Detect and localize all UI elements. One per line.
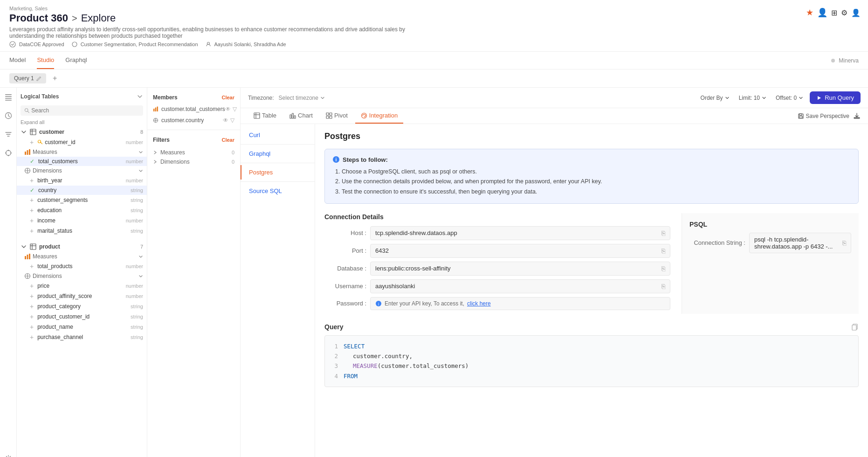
search-icon <box>24 108 29 113</box>
tab-model[interactable]: Model <box>9 52 26 69</box>
search-input[interactable] <box>31 107 139 114</box>
filters-section-header[interactable]: Filters Clear <box>147 134 240 146</box>
filters-clear-button[interactable]: Clear <box>221 137 234 143</box>
field-product-category[interactable]: +product_category string <box>17 301 147 312</box>
nav-item-graphql[interactable]: Graphql <box>241 146 315 161</box>
plus-icon: + <box>30 313 34 320</box>
chart-tab-label: Chart <box>298 112 313 119</box>
eye-icon-total-customers[interactable]: 👁 <box>225 106 231 112</box>
filter-icon[interactable] <box>3 129 14 140</box>
field-name-price: price <box>37 283 49 289</box>
field-income[interactable]: +income number <box>17 215 147 226</box>
copy-query-icon[interactable] <box>851 323 859 331</box>
field-country[interactable]: ✓country string <box>17 186 147 195</box>
copy-host-button[interactable]: ⎘ <box>661 229 665 237</box>
settings-sidebar-icon[interactable] <box>3 453 14 457</box>
list-icon[interactable] <box>3 91 14 103</box>
password-click-here-link[interactable]: click here <box>467 300 491 307</box>
copy-database-button[interactable]: ⎘ <box>661 265 665 272</box>
copy-psql-button[interactable]: ⎘ <box>842 239 846 247</box>
star-icon[interactable]: ★ <box>806 7 813 18</box>
tab-table[interactable]: Table <box>248 108 282 124</box>
field-total-products[interactable]: +total_products number <box>17 261 147 271</box>
field-product-customer-id[interactable]: +product_customer_id string <box>17 312 147 322</box>
query-line-3: 3MEASURE(customer.total_customers) <box>332 361 851 371</box>
order-by-button[interactable]: Order By <box>698 93 732 103</box>
field-customer-id[interactable]: + customer_id number <box>17 137 147 147</box>
download-icon[interactable] <box>853 112 861 120</box>
field-education[interactable]: +education string <box>17 205 147 215</box>
filter-dimensions-item[interactable]: Dimensions 0 <box>153 157 234 166</box>
header-title: Product 360 > Explore <box>9 12 859 24</box>
psql-right-panel: PSQL Connection String : psql -h tcp.spl… <box>682 213 859 314</box>
history-icon[interactable] <box>3 110 14 121</box>
nav-item-postgres[interactable]: Postgres <box>241 165 315 180</box>
settings-icon[interactable]: ⚙ <box>841 8 847 17</box>
keyword-select: SELECT <box>344 343 365 350</box>
eye-icon-country[interactable]: 👁 <box>223 117 228 124</box>
conn-label-port: Port : <box>324 247 366 254</box>
logical-tables-header: Logical Tables <box>17 91 147 102</box>
tab-chart[interactable]: Chart <box>284 108 318 124</box>
dimensions-category-customer[interactable]: Dimensions <box>17 166 147 175</box>
connection-details-section: Connection Details Host : tcp.splendid-s… <box>324 213 859 314</box>
copy-username-button[interactable]: ⎘ <box>661 283 665 290</box>
logical-tables-chevron[interactable] <box>137 93 143 100</box>
limit-button[interactable]: Limit: 10 <box>736 93 769 103</box>
field-purchase-channel[interactable]: +purchase_channel string <box>17 332 147 342</box>
member-item-total-customers[interactable]: customer.total_customers 👁 ▽ <box>147 104 240 115</box>
grid-icon[interactable]: ⊞ <box>831 8 837 17</box>
members-clear-button[interactable]: Clear <box>221 95 234 100</box>
svg-rect-39 <box>294 116 296 118</box>
query-tab-1[interactable]: Query 1 <box>9 73 46 83</box>
plus-icon: + <box>30 177 34 184</box>
filter-icon-country[interactable]: ▽ <box>230 117 234 124</box>
toolbar-right: Order By Limit: 10 Offset: 0 Run Query <box>698 91 861 104</box>
filter-icon-total-customers[interactable]: ▽ <box>233 106 237 112</box>
save-perspective-button[interactable]: Save Perspective <box>798 113 849 119</box>
field-price[interactable]: +price number <box>17 281 147 291</box>
nav-item-source-sql[interactable]: Source SQL <box>241 184 315 198</box>
copy-port-button[interactable]: ⎘ <box>661 247 665 255</box>
profile-icon[interactable]: 👤 <box>851 8 861 17</box>
conn-row-username: Username : aayushisolanki ⎘ <box>324 279 670 293</box>
timezone-dropdown[interactable]: Select timezone <box>276 93 328 103</box>
tab-graphql[interactable]: Graphql <box>65 52 87 69</box>
nav-item-curl[interactable]: Curl <box>241 128 315 142</box>
svg-rect-41 <box>330 113 332 115</box>
tab-pivot[interactable]: Pivot <box>320 108 353 124</box>
plus-icon: + <box>30 138 34 146</box>
run-query-button[interactable]: Run Query <box>810 91 861 104</box>
tab-integration[interactable]: Integration <box>355 108 403 124</box>
add-query-tab-button[interactable]: + <box>50 73 60 83</box>
field-type-product-affinity-score: number <box>126 293 143 299</box>
member-item-country[interactable]: customer.country 👁 ▽ <box>147 115 240 126</box>
svg-rect-20 <box>27 150 28 155</box>
field-marital-status[interactable]: +marital_status string <box>17 226 147 236</box>
field-total-customers[interactable]: ✓ total_customers number <box>17 157 147 166</box>
dimensions-category-product[interactable]: Dimensions <box>17 271 147 281</box>
tab-studio[interactable]: Studio <box>37 52 54 69</box>
conn-value-database: lens:public:cross-sell-affinity ⎘ <box>370 262 670 276</box>
field-product-affinity-score[interactable]: +product_affinity_score number <box>17 291 147 301</box>
field-type-product-name: string <box>131 324 143 330</box>
steps-info-box: i Steps to follow: Choose a PostgreSQL c… <box>324 149 859 204</box>
timezone-placeholder: Select timezone <box>279 95 318 101</box>
expand-all-button[interactable]: Expand all <box>17 119 147 125</box>
field-name-product-name: product_name <box>37 324 73 330</box>
table-group-product-header[interactable]: product 7 <box>17 242 147 252</box>
timezone-chevron-icon <box>320 96 325 100</box>
measures-category-product[interactable]: Measures <box>17 252 147 261</box>
check-icon-country: ✓ <box>30 187 34 194</box>
field-customer-segments[interactable]: +customer_segments string <box>17 195 147 205</box>
table-group-customer-header[interactable]: customer 8 <box>17 127 147 137</box>
user-icon[interactable]: 👤 <box>817 7 827 18</box>
filter-measures-item[interactable]: Measures 0 <box>153 148 234 157</box>
measures-member-icon <box>153 106 158 112</box>
offset-button[interactable]: Offset: 0 <box>773 93 806 103</box>
field-birth-year[interactable]: +birth_year number <box>17 175 147 186</box>
measures-category-customer[interactable]: Measures <box>17 147 147 157</box>
field-product-name[interactable]: +product_name string <box>17 322 147 332</box>
crosshair-icon[interactable] <box>3 147 14 159</box>
chevron-right-dimensions-icon <box>153 159 158 164</box>
